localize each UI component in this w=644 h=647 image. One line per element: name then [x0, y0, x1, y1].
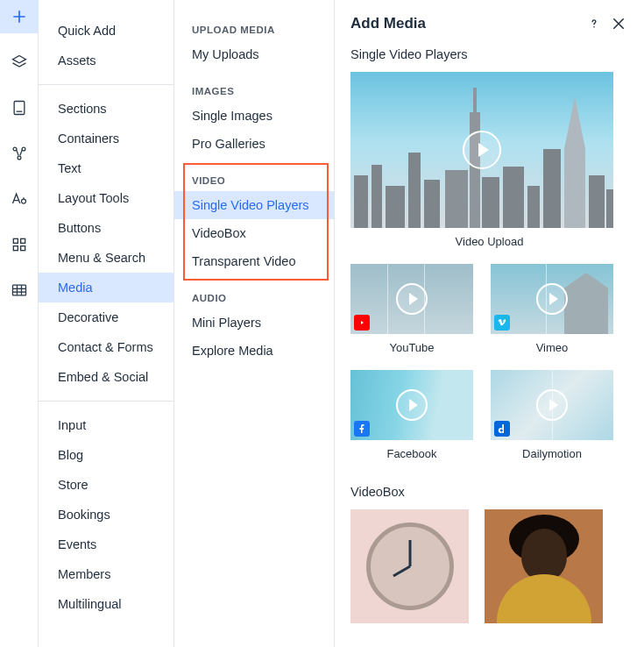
primary-item-text[interactable]: Text [39, 153, 173, 183]
thumb-vimeo[interactable] [491, 264, 613, 334]
sec-item-mini-players[interactable]: Mini Players [174, 309, 334, 337]
videobox-clock[interactable] [350, 509, 469, 623]
close-button[interactable] [609, 14, 628, 33]
play-icon [463, 131, 501, 169]
primary-item-multilingual[interactable]: Multilingual [39, 589, 173, 619]
primary-item-buttons[interactable]: Buttons [39, 213, 173, 243]
main-panel: Add Media Single Video Players [335, 0, 644, 647]
icon-rail [0, 0, 39, 647]
primary-item-store[interactable]: Store [39, 470, 173, 500]
primary-item-sections[interactable]: Sections [39, 94, 173, 124]
providers-grid: YouTube Vimeo [350, 264, 628, 460]
svg-rect-10 [12, 285, 25, 295]
sec-item-my-uploads[interactable]: My Uploads [174, 40, 334, 68]
svg-rect-8 [13, 246, 18, 251]
thumb-label: Facebook [386, 447, 436, 460]
nodes-icon [11, 145, 28, 162]
help-icon [586, 16, 602, 32]
table-icon [11, 281, 28, 299]
dailymotion-badge-icon [494, 421, 510, 437]
primary-item-contact-forms[interactable]: Contact & Forms [39, 332, 173, 362]
clock-icon [366, 523, 454, 610]
svg-rect-0 [14, 102, 25, 115]
videobox-portrait[interactable] [485, 509, 603, 623]
svg-point-4 [18, 156, 21, 160]
primary-column: Quick Add Assets Sections Containers Tex… [39, 0, 174, 647]
svg-point-15 [593, 26, 595, 28]
main-body: Single Video Players Video Up [335, 39, 644, 647]
section-single-video-players: Single Video Players [350, 47, 628, 61]
hero-label: Video Upload [350, 235, 628, 248]
primary-item-containers[interactable]: Containers [39, 124, 173, 153]
primary-item-bookings[interactable]: Bookings [39, 500, 173, 530]
sec-item-single-video-players[interactable]: Single Video Players [174, 191, 334, 219]
help-button[interactable] [584, 14, 604, 33]
svg-rect-9 [20, 246, 25, 251]
thumb-label: YouTube [389, 341, 434, 354]
thumb-dailymotion[interactable] [491, 370, 613, 440]
primary-item-embed-social[interactable]: Embed & Social [39, 362, 173, 392]
primary-item-menu-search[interactable]: Menu & Search [39, 243, 173, 273]
primary-item-quick-add[interactable]: Quick Add [39, 16, 173, 46]
play-icon [536, 283, 568, 315]
svg-rect-7 [20, 238, 25, 243]
thumb-label: Vimeo [536, 341, 569, 354]
group-upload-media: UPLOAD MEDIA [174, 16, 334, 40]
section-videobox: VideoBox [350, 485, 628, 499]
page-title: Add Media [350, 15, 579, 32]
rail-text-style[interactable] [0, 182, 39, 216]
primary-item-media[interactable]: Media [39, 273, 173, 302]
play-icon [396, 283, 428, 315]
page-icon [11, 99, 28, 117]
sec-item-single-images[interactable]: Single Images [174, 102, 334, 130]
group-video: VIDEO [174, 167, 334, 191]
svg-rect-6 [13, 238, 18, 243]
divider [39, 401, 173, 402]
sec-item-pro-galleries[interactable]: Pro Galleries [174, 130, 334, 158]
layers-icon [11, 53, 28, 71]
rail-layers[interactable] [0, 46, 39, 79]
thumb-label: Dailymotion [522, 447, 582, 460]
videobox-grid [350, 509, 628, 623]
primary-item-events[interactable]: Events [39, 530, 173, 559]
hero-video-upload[interactable] [350, 72, 613, 228]
rail-table[interactable] [0, 274, 39, 307]
rail-nodes[interactable] [0, 137, 39, 170]
primary-item-members[interactable]: Members [39, 559, 173, 589]
primary-item-assets[interactable]: Assets [39, 46, 173, 75]
thumb-youtube[interactable] [350, 264, 473, 334]
rail-plus[interactable] [0, 0, 39, 33]
group-images: IMAGES [174, 77, 334, 102]
facebook-badge-icon [354, 421, 370, 437]
plus-icon [11, 8, 28, 25]
text-style-icon [11, 190, 28, 208]
secondary-column: UPLOAD MEDIA My Uploads IMAGES Single Im… [174, 0, 335, 647]
group-audio: AUDIO [174, 284, 334, 309]
grid-icon [11, 236, 28, 253]
sec-item-explore-media[interactable]: Explore Media [174, 337, 334, 365]
sec-item-videobox[interactable]: VideoBox [174, 219, 334, 247]
divider [39, 84, 173, 85]
primary-item-input[interactable]: Input [39, 410, 173, 440]
primary-item-layout-tools[interactable]: Layout Tools [39, 183, 173, 213]
main-header: Add Media [335, 0, 644, 39]
primary-item-blog[interactable]: Blog [39, 440, 173, 470]
thumb-facebook[interactable] [350, 370, 473, 440]
play-icon [536, 389, 568, 421]
close-icon [611, 16, 626, 32]
play-icon [396, 389, 428, 421]
rail-grid[interactable] [0, 228, 39, 261]
sec-item-transparent-video[interactable]: Transparent Video [174, 247, 334, 275]
vimeo-badge-icon [494, 315, 510, 331]
primary-item-decorative[interactable]: Decorative [39, 302, 173, 332]
rail-page[interactable] [0, 91, 39, 124]
portrait-illustration [485, 509, 603, 623]
svg-point-5 [21, 199, 25, 203]
youtube-badge-icon [354, 315, 370, 331]
